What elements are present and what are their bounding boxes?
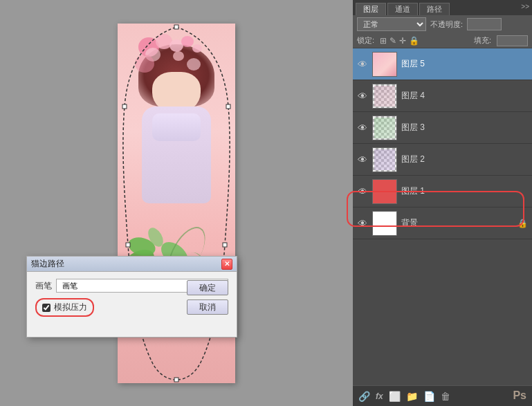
simulate-pressure-checkbox[interactable] [42,304,51,312]
dialog-title: 猫边路径 [31,258,64,270]
layer-item-layer1[interactable]: 👁 图层 1 [353,176,532,207]
simulate-pressure-label: 模拟压力 [54,302,87,313]
new-layer-icon[interactable]: 📄 [423,391,435,402]
fill-input[interactable]: 100% [497,35,528,46]
layer-item-layer2[interactable]: 👁 图层 2 [353,144,532,176]
opacity-input[interactable]: 100% [467,18,502,30]
layer5-visibility-icon[interactable]: 👁 [357,59,368,70]
layer-item-layer4[interactable]: 👁 图层 4 [353,80,532,112]
cancel-button[interactable]: 取消 [187,299,228,315]
layer1-thumbnail [372,179,397,204]
layers-list: 👁 图层 5 👁 图层 4 👁 图层 3 👁 [353,48,532,385]
fx-icon[interactable]: fx [376,391,383,401]
watermark: Ps [513,389,526,402]
lock-brush-icon[interactable]: ✎ [389,36,396,46]
background-name: 背景 [401,217,513,229]
blend-opacity-row: 正常 不透明度: 100% [353,15,532,33]
dialog-titlebar: 猫边路径 ✕ [27,257,237,272]
dialog-close-button[interactable]: ✕ [221,259,232,270]
layer2-name: 图层 2 [401,154,528,165]
layer3-visibility-icon[interactable]: 👁 [357,122,368,133]
blend-mode-select[interactable]: 正常 [357,17,426,31]
layer4-name: 图层 4 [401,90,528,102]
canvas-area [0,0,353,406]
mask-icon[interactable]: ⬜ [389,391,401,402]
body [142,107,211,203]
layer3-name: 图层 3 [401,122,528,133]
panel-tabs: 图层 通道 路径 >> [353,0,532,15]
layer5-name: 图层 5 [401,58,528,70]
layers-footer: 🔗 fx ⬜ 📁 📄 🗑 [353,385,532,406]
opacity-label: 不透明度: [430,19,463,30]
background-thumbnail [372,211,397,236]
lock-row: 锁定: ⊞ ✎ ✛ 🔒 填充: 100% [353,33,532,48]
layer5-thumbnail [372,52,397,77]
group-icon[interactable]: 📁 [406,391,418,402]
tab-layers[interactable]: 图层 [356,3,386,15]
layer3-thumbnail [372,116,397,140]
lock-move-icon[interactable]: ✛ [399,36,406,46]
fill-label: 填充: [474,35,491,46]
layer2-thumbnail [372,147,397,172]
background-visibility-icon[interactable]: 👁 [357,218,368,229]
layer-item-layer3[interactable]: 👁 图层 3 [353,112,532,144]
layer-item-background[interactable]: 👁 背景 🔒 [353,207,532,239]
tab-paths[interactable]: 路径 [419,3,450,15]
layer1-name: 图层 1 [401,185,528,197]
lock-checkerboard-icon[interactable]: ⊞ [380,36,387,46]
link-icon[interactable]: 🔗 [358,391,370,402]
flower-hat [131,34,221,82]
lock-icons: ⊞ ✎ ✛ 🔒 [380,36,419,46]
lock-label: 锁定: [357,35,374,46]
layer2-visibility-icon[interactable]: 👁 [357,154,368,165]
lock-all-icon[interactable]: 🔒 [409,36,419,46]
delete-icon[interactable]: 🗑 [441,391,450,402]
tab-channels[interactable]: 通道 [387,3,418,15]
dialog-buttons: 确定 取消 [187,280,228,315]
tool-label: 画笔 [35,280,52,292]
layers-panel: 图层 通道 路径 >> 正常 不透明度: 100% 锁定: ⊞ ✎ ✛ 🔒 填充… [353,0,532,406]
ok-button[interactable]: 确定 [187,280,228,295]
panel-expand-icon: >> [521,3,529,10]
layer-item-layer5[interactable]: 👁 图层 5 [353,48,532,80]
simulate-pressure-container: 模拟压力 [35,298,94,317]
background-lock-icon: 🔒 [517,219,528,228]
layer4-visibility-icon[interactable]: 👁 [357,91,368,102]
layer1-visibility-icon[interactable]: 👁 [357,186,368,197]
layer4-thumbnail [372,84,397,109]
stroke-path-dialog: 猫边路径 ✕ 画笔 画笔 铅笔 历史记录画笔 模拟压力 确定 取消 [26,256,237,338]
